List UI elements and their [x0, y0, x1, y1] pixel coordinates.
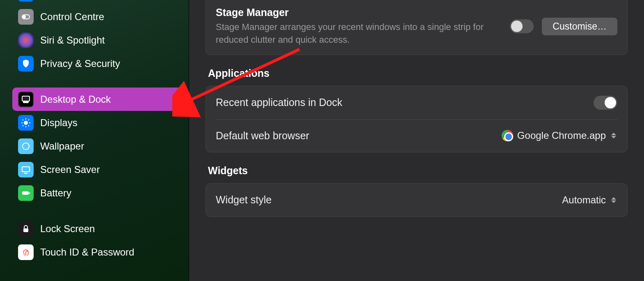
- sidebar-item-label: Siri & Spotlight: [40, 35, 105, 46]
- widgets-section-title: Widgets: [208, 165, 625, 177]
- svg-rect-14: [22, 167, 30, 172]
- sidebar-item-wallpaper[interactable]: Wallpaper: [12, 134, 182, 158]
- sidebar-item-label: Privacy & Security: [40, 58, 120, 69]
- battery-icon: [18, 185, 34, 201]
- screensaver-icon: [18, 162, 34, 177]
- sidebar-item-lock-screen[interactable]: Lock Screen: [12, 217, 182, 240]
- sidebar-item-label: Displays: [40, 117, 78, 129]
- sidebar-item-displays[interactable]: Displays: [12, 111, 182, 134]
- sidebar-item-label: Desktop & Dock: [40, 94, 111, 105]
- recent-apps-toggle[interactable]: [594, 96, 617, 110]
- applications-section-title: Applications: [208, 67, 625, 79]
- sidebar-item-touch-id-password[interactable]: Touch ID & Password: [12, 240, 182, 264]
- svg-line-9: [23, 120, 23, 120]
- privacy-icon: [18, 56, 34, 71]
- sidebar-item-privacy-security[interactable]: Privacy & Security: [12, 52, 182, 75]
- sidebar-item-desktop-dock[interactable]: Desktop & Dock: [12, 88, 182, 111]
- stage-manager-description: Stage Manager arranges your recent windo…: [216, 21, 510, 46]
- lock-screen-icon: [18, 221, 34, 237]
- svg-line-12: [28, 120, 29, 120]
- sidebar-item-battery[interactable]: Battery: [12, 181, 182, 205]
- widget-style-select[interactable]: Automatic: [562, 194, 617, 206]
- svg-point-4: [24, 121, 28, 125]
- sidebar-item-label: Screen Saver: [40, 164, 100, 175]
- control-centre-icon: [18, 9, 34, 25]
- sidebar-item-control-centre[interactable]: Control Centre: [12, 5, 182, 28]
- widgets-panel: Widget style Automatic: [206, 183, 628, 217]
- svg-line-11: [23, 125, 23, 126]
- stage-manager-title: Stage Manager: [216, 7, 510, 18]
- sidebar-item-label: Battery: [40, 187, 71, 199]
- stage-manager-panel: Stage Manager Stage Manager arranges you…: [206, 0, 628, 55]
- svg-rect-18: [23, 228, 28, 232]
- applications-panel: Recent applications in Dock Default web …: [206, 86, 628, 152]
- sidebar-item-label: Touch ID & Password: [40, 246, 134, 258]
- siri-icon: [18, 32, 34, 48]
- widget-style-label: Widget style: [216, 194, 562, 206]
- widget-style-value: Automatic: [562, 194, 606, 206]
- svg-line-10: [28, 125, 29, 126]
- touchid-icon: [18, 244, 34, 260]
- sidebar-item-label: Wallpaper: [40, 140, 84, 152]
- system-settings-sidebar: Control Centre Siri & Spotlight Privacy …: [0, 0, 189, 281]
- default-browser-value: Google Chrome.app: [517, 130, 606, 141]
- displays-icon: [18, 115, 34, 131]
- svg-rect-3: [23, 101, 28, 103]
- up-down-chevron-icon: [610, 131, 617, 140]
- svg-point-1: [23, 16, 25, 18]
- stage-manager-toggle[interactable]: [510, 19, 534, 33]
- up-down-chevron-icon: [610, 195, 617, 205]
- svg-rect-2: [22, 96, 30, 101]
- wallpaper-icon: [18, 138, 34, 154]
- chrome-icon: [502, 130, 513, 141]
- default-browser-label: Default web browser: [216, 130, 502, 142]
- settings-content-pane: Stage Manager Stage Manager arranges you…: [189, 0, 644, 281]
- svg-rect-16: [22, 191, 29, 195]
- sidebar-item-label: Lock Screen: [40, 223, 95, 235]
- default-browser-select[interactable]: Google Chrome.app: [502, 130, 617, 141]
- svg-rect-17: [29, 192, 30, 194]
- stage-manager-customise-button[interactable]: Customise…: [542, 18, 617, 35]
- sidebar-item-siri-spotlight[interactable]: Siri & Spotlight: [12, 28, 182, 52]
- sidebar-item-label: Control Centre: [40, 11, 104, 23]
- desktop-dock-icon: [18, 92, 34, 107]
- sidebar-item-screen-saver[interactable]: Screen Saver: [12, 158, 182, 181]
- recent-apps-label: Recent applications in Dock: [216, 97, 594, 108]
